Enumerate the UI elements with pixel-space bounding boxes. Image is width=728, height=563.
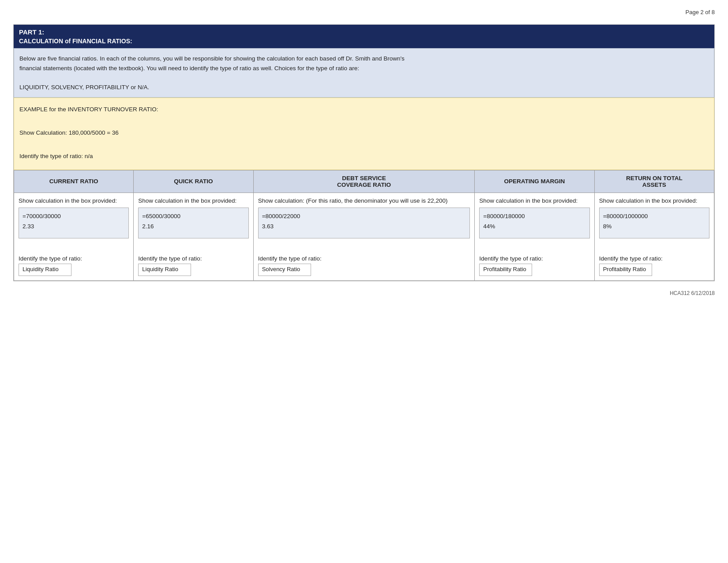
col3-identify-label: Identify the type of ratio: xyxy=(258,255,470,262)
col-quick-ratio: Show calculation in the box provided: =6… xyxy=(134,193,253,280)
example-calc: Show Calculation: 180,000/5000 = 36 xyxy=(19,128,709,138)
page-number: Page 2 of 8 xyxy=(13,9,715,15)
footer: HCA312 6/12/2018 xyxy=(13,290,715,296)
col2-show-calc-label: Show calculation in the box provided: xyxy=(138,197,248,204)
col1-show-calc-label: Show calculation in the box provided: xyxy=(19,197,129,204)
col-operating-margin: Show calculation in the box provided: =8… xyxy=(475,193,594,280)
col-return-on-assets: Show calculation in the box provided: =8… xyxy=(594,193,714,280)
col4-identify-label: Identify the type of ratio: xyxy=(479,255,589,262)
col3-show-calc-label: Show calculation: (For this ratio, the d… xyxy=(258,197,470,204)
col3-calc-area: =80000/22000 3.63 xyxy=(258,208,470,238)
col-header-operating-margin: OPERATING MARGIN xyxy=(475,170,594,193)
part-title: PART 1: xyxy=(19,28,709,36)
col4-calc-area: =80000/180000 44% xyxy=(479,208,589,238)
example-title: EXAMPLE for the INVENTORY TURNOVER RATIO… xyxy=(19,104,709,115)
col5-ratio-input[interactable]: Profitability Ratio xyxy=(599,264,652,276)
part-subtitle: CALCULATION of FINANCIAL RATIOS: xyxy=(19,38,709,45)
col2-identify-label: Identify the type of ratio: xyxy=(138,255,248,262)
col-current-ratio: Show calculation in the box provided: =7… xyxy=(14,193,134,280)
table-row-content: Show calculation in the box provided: =7… xyxy=(14,193,714,280)
col5-calc-area: =80000/1000000 8% xyxy=(599,208,709,238)
col-debt-service: Show calculation: (For this ratio, the d… xyxy=(253,193,475,280)
col1-identify-label: Identify the type of ratio: xyxy=(19,255,129,262)
col2-ratio-input[interactable]: Liquidity Ratio xyxy=(138,264,191,276)
col2-calc-area: =65000/30000 2.16 xyxy=(138,208,248,238)
col5-identify-label: Identify the type of ratio: xyxy=(599,255,709,262)
footer-label: HCA312 6/12/2018 xyxy=(670,290,715,296)
desc-line2: financial statements (located with the t… xyxy=(19,64,709,73)
col-header-return-on-assets: RETURN ON TOTALASSETS xyxy=(594,170,714,193)
col5-show-calc-label: Show calculation in the box provided: xyxy=(599,197,709,204)
example-ratio: Identify the type of ratio: n/a xyxy=(19,151,709,162)
col-header-debt-service: DEBT SERVICECOVERAGE RATIO xyxy=(253,170,475,193)
desc-line1: Below are five financial ratios. In each… xyxy=(19,54,709,64)
col4-ratio-input[interactable]: Profitability Ratio xyxy=(479,264,532,276)
desc-line3: LIQUIDITY, SOLVENCY, PROFITABILITY or N/… xyxy=(19,83,709,92)
col1-calc-area: =70000/30000 2.33 xyxy=(19,208,129,238)
part-header: PART 1: CALCULATION of FINANCIAL RATIOS: xyxy=(14,25,714,48)
ratios-table: CURRENT RATIO QUICK RATIO DEBT SERVICECO… xyxy=(14,170,714,281)
col-header-quick-ratio: QUICK RATIO xyxy=(134,170,253,193)
description-box: Below are five financial ratios. In each… xyxy=(14,48,714,98)
col4-show-calc-label: Show calculation in the box provided: xyxy=(479,197,589,204)
col3-ratio-input[interactable]: Solvency Ratio xyxy=(258,264,311,276)
col-header-current-ratio: CURRENT RATIO xyxy=(14,170,134,193)
example-box: EXAMPLE for the INVENTORY TURNOVER RATIO… xyxy=(14,98,714,170)
col1-ratio-input[interactable]: Liquidity Ratio xyxy=(19,264,71,276)
